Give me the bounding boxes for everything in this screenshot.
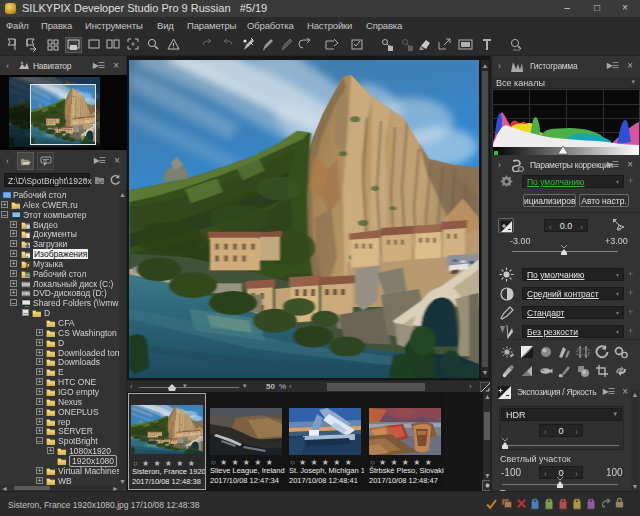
svg-text:b: b <box>618 226 621 232</box>
